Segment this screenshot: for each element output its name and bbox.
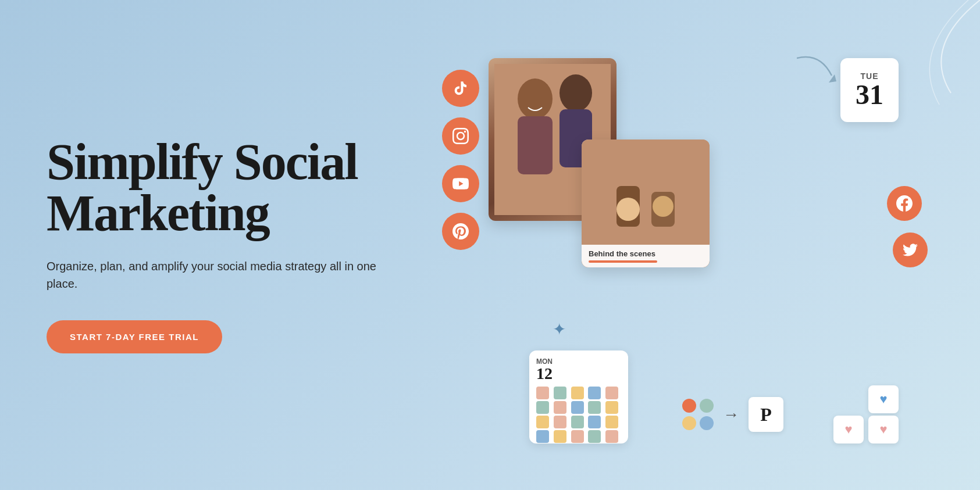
calendar-card-main: TUE 31: [840, 58, 899, 122]
svg-point-3: [560, 74, 592, 112]
heart-group: ♥ ♥ ♥: [833, 385, 899, 443]
calendar-day-number: 31: [856, 81, 883, 109]
cal-grid-cell: [588, 387, 601, 399]
heart-card-blue: ♥: [868, 385, 899, 413]
social-icons-column: [442, 70, 479, 250]
svg-marker-10: [829, 74, 836, 83]
cal-grid-cell: [588, 401, 601, 414]
cal-grid-cell: [605, 430, 618, 443]
cal-grid-cell: [536, 416, 549, 428]
bottom-calendar-number: 12: [536, 366, 553, 382]
heart-card-pink-2: ♥: [868, 416, 899, 443]
hero-section: Simplify Social Marketing Organize, plan…: [0, 0, 980, 490]
cta-button[interactable]: START 7-DAY FREE TRIAL: [47, 320, 222, 353]
youtube-icon: [442, 165, 479, 202]
left-content: Simplify Social Marketing Organize, plan…: [47, 137, 395, 353]
cal-grid-cell: [588, 416, 601, 428]
cal-grid-cell: [588, 430, 601, 443]
curved-arrow: [797, 52, 843, 87]
cal-grid-cell: [554, 387, 566, 399]
headline-line2: Marketing: [47, 185, 269, 241]
cal-grid-cell: [571, 416, 584, 428]
cal-grid-cell: [571, 401, 584, 414]
svg-point-9: [653, 196, 673, 217]
integration-dot: [700, 399, 714, 413]
svg-rect-2: [518, 116, 553, 174]
cal-grid-cell: [554, 401, 566, 414]
cal-grid-cell: [554, 416, 566, 428]
calendar-grid: [536, 387, 621, 443]
facebook-icon: [887, 186, 922, 221]
integration-dot: [682, 416, 696, 430]
pinterest-icon: [442, 213, 479, 250]
cal-grid-cell: [536, 401, 549, 414]
bottom-integration: → P: [682, 397, 783, 432]
svg-point-8: [616, 198, 640, 221]
integration-dot: [700, 416, 714, 430]
cal-grid-cell: [605, 387, 618, 399]
tiktok-icon: [442, 70, 479, 107]
cal-grid-cell: [571, 387, 584, 399]
integration-dot: [682, 399, 696, 413]
bottom-calendar-widget: MON 12: [529, 350, 628, 443]
svg-point-1: [518, 78, 553, 119]
cal-grid-cell: [536, 387, 549, 399]
caption-text: Behind the scenes: [589, 249, 655, 258]
photo-caption: Behind the scenes: [582, 245, 710, 267]
subheadline: Organize, plan, and amplify your social …: [47, 257, 395, 292]
instagram-icon: [442, 117, 479, 155]
cal-grid-cell: [605, 401, 618, 414]
cal-grid-cell: [554, 430, 566, 443]
headline-line1: Simplify Social: [47, 134, 358, 190]
integration-arrow: →: [723, 405, 739, 424]
photo-card-2: Behind the scenes: [582, 140, 710, 267]
right-content: Behind the scenes TUE 31: [395, 35, 933, 455]
p-logo: P: [749, 397, 783, 432]
headline: Simplify Social Marketing: [47, 137, 395, 239]
heart-card-pink-1: ♥: [833, 416, 864, 443]
integration-dots: [682, 399, 714, 430]
twitter-icon: [893, 233, 928, 267]
cal-grid-cell: [605, 416, 618, 428]
cal-grid-cell: [536, 430, 549, 443]
sparkle-decoration: ✦: [553, 320, 566, 339]
cal-grid-cell: [571, 430, 584, 443]
